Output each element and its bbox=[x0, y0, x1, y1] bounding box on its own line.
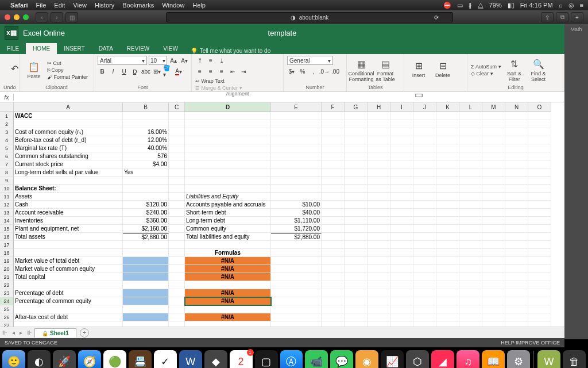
align-top-button[interactable]: ⤒ bbox=[195, 56, 204, 65]
cell-N8[interactable] bbox=[505, 168, 528, 177]
cell-G20[interactable] bbox=[345, 265, 368, 273]
cell-F19[interactable] bbox=[322, 257, 345, 265]
cell-G11[interactable] bbox=[345, 193, 368, 201]
cell-L2[interactable] bbox=[459, 120, 482, 128]
cell-D18[interactable]: Formulas bbox=[185, 249, 271, 257]
format-painter-button[interactable]: 🖌 Format Painter bbox=[47, 74, 88, 80]
cell-L21[interactable] bbox=[459, 273, 482, 281]
cell-C1[interactable] bbox=[169, 112, 185, 120]
cell-C24[interactable] bbox=[169, 297, 185, 305]
dock-appstore-icon[interactable]: Ⓐ bbox=[280, 350, 303, 368]
tab-insert[interactable]: INSERT bbox=[57, 43, 92, 54]
cell-F16[interactable] bbox=[322, 233, 345, 241]
dock-safari-icon[interactable]: 🧭 bbox=[78, 350, 101, 368]
cell-M5[interactable] bbox=[482, 144, 505, 152]
row-header-16[interactable]: 16 bbox=[0, 233, 14, 241]
cell-N2[interactable] bbox=[505, 120, 528, 128]
cell-M18[interactable] bbox=[482, 249, 505, 257]
cell-K18[interactable] bbox=[436, 249, 459, 257]
cell-H13[interactable] bbox=[368, 209, 390, 217]
menu-view[interactable]: View bbox=[73, 2, 87, 9]
cell-C20[interactable] bbox=[169, 265, 185, 273]
cell-O16[interactable] bbox=[528, 233, 551, 241]
cell-D10[interactable] bbox=[185, 185, 271, 193]
cell-M21[interactable] bbox=[482, 273, 505, 281]
cell-B14[interactable]: $360.00 bbox=[123, 217, 169, 225]
cell-B1[interactable] bbox=[123, 112, 169, 120]
row-header-17[interactable]: 17 bbox=[0, 241, 14, 249]
cell-C14[interactable] bbox=[169, 217, 185, 225]
cell-J22[interactable] bbox=[413, 281, 436, 289]
cell-D17[interactable] bbox=[185, 241, 271, 249]
cell-K14[interactable] bbox=[436, 217, 459, 225]
cell-M26[interactable] bbox=[482, 313, 505, 321]
cell-J17[interactable] bbox=[413, 241, 436, 249]
cell-J25[interactable] bbox=[413, 305, 436, 313]
cell-N3[interactable] bbox=[505, 128, 528, 136]
cell-B9[interactable] bbox=[123, 177, 169, 185]
cell-O23[interactable] bbox=[528, 289, 551, 297]
cell-A13[interactable]: Account receivable bbox=[14, 209, 123, 217]
cut-button[interactable]: ✂ Cut bbox=[47, 60, 88, 66]
dec-decimal-button[interactable]: .00 bbox=[331, 67, 340, 76]
tab-view[interactable]: VIEW bbox=[156, 43, 185, 54]
window-close-button[interactable] bbox=[5, 14, 10, 20]
row-header-24[interactable]: 24 bbox=[0, 297, 14, 305]
cell-B10[interactable] bbox=[123, 185, 169, 193]
dock-app6-icon[interactable]: W bbox=[537, 350, 560, 368]
cell-E24[interactable] bbox=[271, 297, 322, 305]
currency-button[interactable]: $▾ bbox=[287, 67, 296, 76]
cell-C13[interactable] bbox=[169, 209, 185, 217]
cell-I20[interactable] bbox=[390, 265, 413, 273]
cell-E19[interactable] bbox=[271, 257, 322, 265]
cell-J19[interactable] bbox=[413, 257, 436, 265]
cell-J15[interactable] bbox=[413, 225, 436, 233]
cell-E27[interactable] bbox=[271, 321, 322, 327]
row-header-6[interactable]: 6 bbox=[0, 152, 14, 160]
dock-stocks-icon[interactable]: 📈 bbox=[381, 350, 404, 368]
cell-J21[interactable] bbox=[413, 273, 436, 281]
cell-B22[interactable] bbox=[123, 281, 169, 289]
cell-F9[interactable] bbox=[322, 177, 345, 185]
cell-G5[interactable] bbox=[345, 144, 368, 152]
cell-M23[interactable] bbox=[482, 289, 505, 297]
cell-O2[interactable] bbox=[528, 120, 551, 128]
fill-color-button[interactable]: 🪣▾ bbox=[163, 67, 172, 76]
cell-N22[interactable] bbox=[505, 281, 528, 289]
dock-app4-icon[interactable]: ⬡ bbox=[406, 350, 429, 368]
cell-E17[interactable] bbox=[271, 241, 322, 249]
cell-G7[interactable] bbox=[345, 160, 368, 168]
cell-E10[interactable] bbox=[271, 185, 322, 193]
dock-finder-icon[interactable]: 🙂 bbox=[2, 350, 25, 368]
cell-C2[interactable] bbox=[169, 120, 185, 128]
font-select[interactable]: Arial▾ bbox=[98, 56, 147, 65]
shrink-font-button[interactable]: A▾ bbox=[180, 56, 189, 65]
cell-O5[interactable] bbox=[528, 144, 551, 152]
cell-H27[interactable] bbox=[368, 321, 390, 327]
cell-N16[interactable] bbox=[505, 233, 528, 241]
cell-A6[interactable]: Common shares outstanding bbox=[14, 152, 123, 160]
align-bottom-button[interactable]: ⤓ bbox=[217, 56, 226, 65]
cell-O25[interactable] bbox=[528, 305, 551, 313]
cell-M9[interactable] bbox=[482, 177, 505, 185]
row-header-9[interactable]: 9 bbox=[0, 177, 14, 185]
cell-K26[interactable] bbox=[436, 313, 459, 321]
cell-K20[interactable] bbox=[436, 265, 459, 273]
cell-C21[interactable] bbox=[169, 273, 185, 281]
cell-J9[interactable] bbox=[413, 177, 436, 185]
cell-C26[interactable] bbox=[169, 313, 185, 321]
cell-B8[interactable]: Yes bbox=[123, 168, 169, 177]
cell-E21[interactable] bbox=[271, 273, 322, 281]
cell-N5[interactable] bbox=[505, 144, 528, 152]
cell-M2[interactable] bbox=[482, 120, 505, 128]
cell-G19[interactable] bbox=[345, 257, 368, 265]
cell-C4[interactable] bbox=[169, 136, 185, 144]
cell-E1[interactable] bbox=[271, 112, 322, 120]
cell-C3[interactable] bbox=[169, 128, 185, 136]
cell-B24[interactable] bbox=[123, 297, 169, 305]
cell-J23[interactable] bbox=[413, 289, 436, 297]
stop-icon[interactable]: ⛔ bbox=[443, 2, 451, 9]
cell-L18[interactable] bbox=[459, 249, 482, 257]
cell-F17[interactable] bbox=[322, 241, 345, 249]
cell-G14[interactable] bbox=[345, 217, 368, 225]
